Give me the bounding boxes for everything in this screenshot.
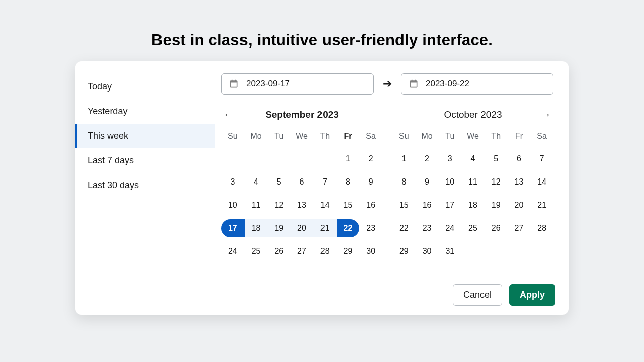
day-cell[interactable]: 18 xyxy=(461,196,485,214)
apply-button[interactable]: Apply xyxy=(509,284,555,306)
preset-yesterday[interactable]: Yesterday xyxy=(75,99,215,124)
start-date-input[interactable]: 2023-09-17 xyxy=(221,73,374,95)
day-cell[interactable]: 29 xyxy=(337,242,360,260)
arrow-right-icon: ➔ xyxy=(383,77,392,90)
day-cell[interactable]: 25 xyxy=(461,219,485,237)
day-cell[interactable]: 17 xyxy=(438,196,461,214)
dow-header: Mo xyxy=(245,129,268,145)
day-cell[interactable]: 15 xyxy=(337,196,360,214)
dow-header: We xyxy=(461,129,485,145)
dow-header: Th xyxy=(485,129,508,145)
day-cell[interactable]: 3 xyxy=(438,150,461,168)
month-right: October 2023 → SuMoTuWeThFrSa12345678910… xyxy=(392,105,553,260)
day-cell[interactable]: 1 xyxy=(337,150,360,168)
day-cell[interactable]: 21 xyxy=(530,196,553,214)
day-cell[interactable]: 7 xyxy=(530,150,553,168)
day-cell[interactable]: 19 xyxy=(267,219,290,237)
day-cell[interactable]: 4 xyxy=(461,150,485,168)
day-cell[interactable]: 2 xyxy=(359,150,382,168)
day-cell[interactable]: 28 xyxy=(530,219,553,237)
dow-header: Su xyxy=(221,129,245,145)
day-cell[interactable]: 22 xyxy=(337,219,360,237)
date-picker-card: TodayYesterdayThis weekLast 7 daysLast 3… xyxy=(75,61,569,315)
day-cell[interactable]: 23 xyxy=(359,219,382,237)
day-empty xyxy=(221,150,245,168)
dow-header: We xyxy=(290,129,313,145)
day-cell[interactable]: 26 xyxy=(485,219,508,237)
calendar-icon xyxy=(229,79,239,89)
day-cell[interactable]: 3 xyxy=(221,173,245,191)
day-cell[interactable]: 16 xyxy=(359,196,382,214)
preset-last-30-days[interactable]: Last 30 days xyxy=(75,173,215,198)
dow-header: Tu xyxy=(438,129,461,145)
day-cell[interactable]: 12 xyxy=(267,196,290,214)
end-date-value: 2023-09-22 xyxy=(426,79,469,89)
day-cell[interactable]: 11 xyxy=(245,196,268,214)
dow-header: Fr xyxy=(337,129,360,145)
day-cell[interactable]: 10 xyxy=(221,196,245,214)
day-cell[interactable]: 18 xyxy=(245,219,268,237)
day-cell[interactable]: 8 xyxy=(392,173,416,191)
day-cell[interactable]: 24 xyxy=(438,219,461,237)
day-cell[interactable]: 6 xyxy=(290,173,313,191)
end-date-input[interactable]: 2023-09-22 xyxy=(401,73,553,95)
day-cell[interactable]: 2 xyxy=(416,150,439,168)
day-cell[interactable]: 19 xyxy=(485,196,508,214)
day-cell[interactable]: 16 xyxy=(416,196,439,214)
page-heading: Best in class, intuitive user-friendly i… xyxy=(0,0,644,61)
day-cell[interactable]: 25 xyxy=(245,242,268,260)
month-left-title: September 2023 xyxy=(265,109,339,120)
calendar-main: 2023-09-17 ➔ 2023-09-22 ← September 2023… xyxy=(215,61,569,275)
day-cell[interactable]: 7 xyxy=(313,173,337,191)
prev-month-button[interactable]: ← xyxy=(221,106,236,123)
day-cell[interactable]: 20 xyxy=(508,196,531,214)
day-cell[interactable]: 12 xyxy=(485,173,508,191)
preset-this-week[interactable]: This week xyxy=(75,124,215,148)
day-cell[interactable]: 20 xyxy=(290,219,313,237)
day-cell[interactable]: 9 xyxy=(416,173,439,191)
dow-header: Sa xyxy=(359,129,382,145)
day-cell[interactable]: 28 xyxy=(313,242,337,260)
day-cell[interactable]: 4 xyxy=(245,173,268,191)
day-empty xyxy=(313,150,337,168)
day-cell[interactable]: 15 xyxy=(392,196,416,214)
day-cell[interactable]: 24 xyxy=(221,242,245,260)
dow-header: Sa xyxy=(530,129,553,145)
month-right-title: October 2023 xyxy=(444,109,502,120)
day-empty xyxy=(245,150,268,168)
day-cell[interactable]: 30 xyxy=(416,242,439,260)
preset-last-7-days[interactable]: Last 7 days xyxy=(75,148,215,173)
preset-today[interactable]: Today xyxy=(75,74,215,99)
day-cell[interactable]: 1 xyxy=(392,150,416,168)
day-cell[interactable]: 9 xyxy=(359,173,382,191)
next-month-button[interactable]: → xyxy=(538,106,553,123)
day-cell[interactable]: 8 xyxy=(337,173,360,191)
dow-header: Fr xyxy=(508,129,531,145)
day-cell[interactable]: 27 xyxy=(508,219,531,237)
day-cell[interactable]: 5 xyxy=(267,173,290,191)
day-cell[interactable]: 21 xyxy=(313,219,337,237)
day-cell[interactable]: 26 xyxy=(267,242,290,260)
calendar-icon xyxy=(409,79,419,89)
day-empty xyxy=(290,150,313,168)
day-cell[interactable]: 27 xyxy=(290,242,313,260)
dow-header: Mo xyxy=(416,129,439,145)
day-cell[interactable]: 17 xyxy=(221,219,245,237)
day-cell[interactable]: 13 xyxy=(290,196,313,214)
day-cell[interactable]: 31 xyxy=(438,242,461,260)
day-cell[interactable]: 23 xyxy=(416,219,439,237)
day-empty xyxy=(267,150,290,168)
day-cell[interactable]: 13 xyxy=(508,173,531,191)
start-date-value: 2023-09-17 xyxy=(246,79,290,89)
day-cell[interactable]: 10 xyxy=(438,173,461,191)
day-cell[interactable]: 5 xyxy=(485,150,508,168)
cancel-button[interactable]: Cancel xyxy=(453,284,502,306)
day-cell[interactable]: 11 xyxy=(461,173,485,191)
day-cell[interactable]: 14 xyxy=(313,196,337,214)
day-cell[interactable]: 30 xyxy=(359,242,382,260)
day-cell[interactable]: 29 xyxy=(392,242,416,260)
day-cell[interactable]: 6 xyxy=(508,150,531,168)
day-cell[interactable]: 22 xyxy=(392,219,416,237)
dow-header: Su xyxy=(392,129,416,145)
day-cell[interactable]: 14 xyxy=(530,173,553,191)
